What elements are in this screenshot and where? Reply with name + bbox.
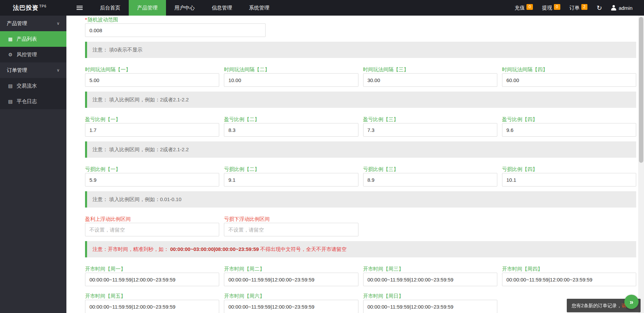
random-fluct-range-input[interactable] bbox=[85, 23, 266, 37]
field-open-time-thursday: 开市时间【周四】 bbox=[502, 266, 636, 286]
loss-ratio-2-label: 亏损比例【二】 bbox=[224, 166, 358, 172]
note-market-time: 注意：开市时间，精准到秒，如： 00:00:00~03:00:00|08:00:… bbox=[85, 241, 636, 257]
open-time-sunday-label: 开市时间【周日】 bbox=[363, 293, 497, 299]
time-interval-4-input[interactable] bbox=[502, 73, 636, 87]
profit-float-range-input[interactable] bbox=[85, 223, 219, 236]
profit-ratio-row: 盈亏比例【一】 盈亏比例【二】 盈亏比例【三】 盈亏比例【四】 bbox=[85, 116, 636, 137]
field-profit-float-range: 盈利上浮动比例区间 bbox=[85, 216, 219, 236]
field-loss-float-range: 亏损下浮动比例区间 bbox=[224, 216, 358, 236]
loss-ratio-3-input[interactable] bbox=[363, 173, 497, 187]
time-interval-3-input[interactable] bbox=[363, 73, 497, 87]
open-time-thursday-input[interactable] bbox=[502, 273, 636, 286]
open-time-friday-input[interactable] bbox=[85, 300, 219, 313]
nav-info-management[interactable]: 信息管理 bbox=[203, 0, 241, 16]
gear-icon: ⚙ bbox=[7, 52, 13, 57]
time-interval-1-input[interactable] bbox=[85, 73, 219, 87]
document-icon: ▤ bbox=[7, 99, 13, 104]
time-interval-row: 时间玩法间隔【一】 时间玩法间隔【二】 时间玩法间隔【三】 时间玩法间隔【四】 bbox=[85, 66, 636, 87]
float-range-row: 盈利上浮动比例区间 亏损下浮动比例区间 bbox=[85, 216, 636, 236]
sidebar-group-product-management[interactable]: 产品管理 ∨ bbox=[0, 16, 66, 31]
loss-ratio-1-input[interactable] bbox=[85, 173, 219, 187]
sidebar-item-label: 产品列表 bbox=[17, 36, 37, 42]
field-time-interval-4: 时间玩法间隔【四】 bbox=[502, 66, 636, 87]
field-loss-ratio-3: 亏损比例【三】 bbox=[363, 166, 497, 187]
nav-dashboard[interactable]: 后台首页 bbox=[91, 0, 129, 16]
sidebar-item-label: 风控管理 bbox=[17, 52, 37, 58]
note-ratio-example-3: 注意： 填入比例区间，例如：0.01-0.10 bbox=[85, 191, 636, 208]
open-time-sunday-input[interactable] bbox=[363, 300, 497, 313]
field-time-interval-1: 时间玩法间隔【一】 bbox=[85, 66, 219, 87]
field-profit-ratio-2: 盈亏比例【二】 bbox=[224, 116, 358, 137]
profit-ratio-3-label: 盈亏比例【三】 bbox=[363, 116, 497, 122]
nav-product-management[interactable]: 产品管理 bbox=[129, 0, 166, 16]
open-time-wednesday-input[interactable] bbox=[363, 273, 497, 286]
field-open-time-wednesday: 开市时间【周三】 bbox=[363, 266, 497, 286]
open-time-monday-input[interactable] bbox=[85, 273, 219, 286]
field-open-time-sunday: 开市时间【周日】 bbox=[363, 293, 497, 313]
sidebar-item-product-list[interactable]: ▦ 产品列表 bbox=[0, 31, 66, 47]
sidebar-group-label: 订单管理 bbox=[7, 67, 27, 74]
quick-orders[interactable]: 订单 2 bbox=[569, 5, 588, 11]
quick-withdraw-label: 提现 bbox=[542, 5, 552, 11]
field-open-time-tuesday: 开市时间【周二】 bbox=[224, 266, 358, 286]
quick-orders-label: 订单 bbox=[569, 5, 580, 11]
time-interval-2-input[interactable] bbox=[224, 73, 358, 87]
quick-recharge[interactable]: 充值 0 bbox=[515, 5, 533, 11]
scrollbar-thumb[interactable] bbox=[639, 17, 643, 163]
loss-ratio-row: 亏损比例【一】 亏损比例【二】 亏损比例【三】 亏损比例【四】 bbox=[85, 166, 636, 187]
sidebar-group-order-management[interactable]: 订单管理 ∨ bbox=[0, 62, 66, 78]
open-time-monday-label: 开市时间【周一】 bbox=[85, 266, 219, 272]
grid-icon: ▦ bbox=[7, 36, 13, 42]
quick-withdraw[interactable]: 提现 0 bbox=[542, 5, 560, 11]
open-time-row-1: 开市时间【周一】 开市时间【周二】 开市时间【周三】 开市时间【周四】 bbox=[85, 266, 636, 286]
open-time-saturday-input[interactable] bbox=[224, 300, 358, 313]
field-time-interval-2: 时间玩法间隔【二】 bbox=[224, 66, 358, 87]
profit-ratio-4-label: 盈亏比例【四】 bbox=[502, 116, 636, 122]
loss-float-range-label: 亏损下浮动比例区间 bbox=[224, 216, 358, 222]
field-profit-ratio-4: 盈亏比例【四】 bbox=[502, 116, 636, 137]
username: admin bbox=[619, 5, 632, 11]
open-time-tuesday-label: 开市时间【周二】 bbox=[224, 266, 358, 272]
open-time-friday-label: 开市时间【周五】 bbox=[85, 293, 219, 299]
open-time-saturday-label: 开市时间【周六】 bbox=[224, 293, 358, 299]
field-profit-ratio-3: 盈亏比例【三】 bbox=[363, 116, 497, 137]
time-interval-3-label: 时间玩法间隔【三】 bbox=[363, 66, 497, 73]
profit-ratio-1-input[interactable] bbox=[85, 123, 219, 137]
loss-ratio-1-label: 亏损比例【一】 bbox=[85, 166, 219, 172]
nav-user-center[interactable]: 用户中心 bbox=[166, 0, 203, 16]
loss-ratio-4-label: 亏损比例【四】 bbox=[502, 166, 636, 172]
open-time-tuesday-input[interactable] bbox=[224, 273, 358, 286]
sidebar-item-trade-flow[interactable]: ▤ 交易流水 bbox=[0, 78, 66, 94]
open-time-thursday-label: 开市时间【周四】 bbox=[502, 266, 636, 272]
notification-fab[interactable]: » bbox=[624, 295, 639, 309]
loss-ratio-4-input[interactable] bbox=[502, 173, 636, 187]
profit-ratio-4-input[interactable] bbox=[502, 123, 636, 137]
field-open-time-saturday: 开市时间【周六】 bbox=[224, 293, 358, 313]
loss-ratio-3-label: 亏损比例【三】 bbox=[363, 166, 497, 172]
note-fill-zero: 注意： 填0表示不显示 bbox=[85, 42, 636, 58]
time-interval-4-label: 时间玩法间隔【四】 bbox=[502, 66, 636, 73]
random-fluct-range-label: *随机波动范围 bbox=[85, 16, 636, 23]
time-interval-1-label: 时间玩法间隔【一】 bbox=[85, 66, 219, 73]
field-profit-ratio-1: 盈亏比例【一】 bbox=[85, 116, 219, 137]
orders-badge: 2 bbox=[581, 4, 588, 10]
quick-recharge-label: 充值 bbox=[515, 5, 525, 11]
brand-tag: TP6 bbox=[39, 4, 46, 8]
profit-ratio-3-input[interactable] bbox=[363, 123, 497, 137]
field-open-time-friday: 开市时间【周五】 bbox=[85, 293, 219, 313]
refresh-icon[interactable]: ↻ bbox=[597, 5, 602, 11]
loss-float-range-input[interactable] bbox=[224, 223, 358, 236]
hamburger-icon[interactable] bbox=[77, 6, 83, 10]
sound-icon: » bbox=[629, 298, 633, 306]
note-market-suffix: 不得出现中文符号，全天不开市请留空 bbox=[259, 246, 347, 252]
profit-ratio-2-input[interactable] bbox=[224, 123, 358, 137]
nav-system-management[interactable]: 系统管理 bbox=[241, 0, 278, 16]
note-market-example: 00:00:00~03:00:00|08:00:00~23:59:59 bbox=[170, 246, 259, 252]
sidebar-item-label: 交易流水 bbox=[17, 83, 37, 89]
sidebar-item-risk-control[interactable]: ⚙ 风控管理 bbox=[0, 47, 66, 62]
loss-ratio-2-input[interactable] bbox=[224, 173, 358, 187]
vertical-scrollbar[interactable] bbox=[638, 16, 644, 313]
open-time-row-2: 开市时间【周五】 开市时间【周六】 开市时间【周日】 bbox=[85, 293, 636, 313]
sidebar-item-close-position-log[interactable]: ▤ 平仓日志 bbox=[0, 94, 66, 109]
user-menu[interactable]: admin bbox=[611, 5, 632, 11]
